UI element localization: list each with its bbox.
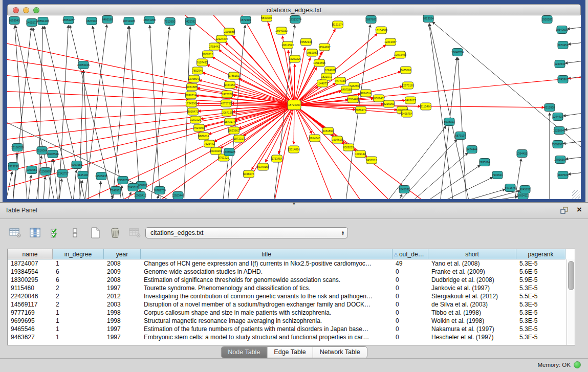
table-cell[interactable]: 0 [393, 325, 428, 333]
table-cell[interactable]: 2009 [104, 268, 141, 276]
table-cell[interactable]: 0 [393, 317, 428, 325]
table-cell[interactable]: 1997 [104, 325, 141, 333]
graph-node[interactable]: 20891406 [37, 17, 49, 25]
table-cell[interactable]: 9777169 [8, 309, 53, 317]
graph-node[interactable]: 1350081 [27, 166, 37, 174]
graph-node[interactable]: 12213967 [384, 38, 397, 46]
graph-node[interactable]: 2836714 [186, 92, 197, 99]
table-cell[interactable]: Franke et al. (2009) [428, 268, 516, 276]
graph-node[interactable]: 7986372 [356, 106, 366, 114]
graph-node[interactable]: 1243540 [555, 60, 565, 68]
graph-node[interactable]: 2758442 [209, 43, 220, 50]
graph-node[interactable]: 16640152 [275, 27, 288, 34]
table-cell[interactable]: 0 [393, 292, 428, 300]
graph-node[interactable]: 2475352 [222, 91, 233, 98]
graph-node[interactable]: 2973451 [558, 41, 569, 49]
table-cell[interactable]: 0 [393, 268, 428, 276]
graph-node[interactable]: 13514816 [288, 146, 300, 153]
table-cell[interactable]: 1997 [104, 284, 141, 292]
graph-node[interactable]: 2935114 [480, 159, 490, 166]
graph-node[interactable]: 20206536 [47, 150, 59, 158]
delete-table-icon[interactable] [108, 226, 122, 239]
graph-node[interactable]: 16553287 [62, 16, 75, 24]
table-cell[interactable]: 2008 [104, 259, 141, 268]
graph-node[interactable]: 9495754 [402, 110, 412, 117]
table-cell[interactable]: Tibbo et al. (1998) [428, 309, 516, 317]
graph-node[interactable]: 7624053 [194, 124, 205, 132]
graph-node[interactable]: 16782759 [154, 187, 166, 194]
splitter-handle-icon[interactable]: ▼ [292, 202, 296, 206]
table-row[interactable]: 911546021997Tourette syndrome. Phenomeno… [8, 284, 575, 292]
graph-node[interactable]: 9097588 [72, 161, 82, 169]
float-panel-icon[interactable] [560, 207, 569, 214]
graph-node[interactable]: 1821072 [321, 73, 332, 80]
table-cell[interactable]: 6 [53, 268, 104, 276]
graph-node[interactable]: 1623662 [229, 127, 239, 134]
row-tools-icon[interactable] [68, 226, 82, 239]
table-cell[interactable]: 5.3E-5 [516, 284, 565, 292]
graph-node[interactable]: 1860212 [203, 51, 213, 58]
graph-node[interactable]: 16210643 [553, 127, 565, 135]
graph-node[interactable]: 6466160 [102, 16, 113, 24]
graph-node[interactable]: 1873317 [234, 135, 245, 142]
table-row[interactable]: 1938455462009Genome-wide association stu… [8, 268, 575, 276]
graph-node[interactable]: 1604639 [332, 136, 343, 143]
graph-node[interactable]: 17957253 [117, 177, 129, 184]
table-cell[interactable]: 2012 [104, 292, 141, 300]
table-cell[interactable]: 9463627 [8, 333, 53, 341]
resize-grip-icon[interactable] [572, 190, 580, 199]
table-cell[interactable]: 0 [393, 300, 428, 309]
graph-node[interactable]: 1394455 [517, 150, 528, 158]
column-header-out_de[interactable]: △out_de… [393, 249, 428, 259]
column-header-year[interactable]: year [104, 249, 141, 259]
table-cell[interactable]: Investigating the contribution of common… [141, 292, 393, 300]
graph-node[interactable]: 9245032 [399, 186, 410, 193]
table-cell[interactable]: Nakamura et al. (1997) [428, 325, 516, 333]
table-row[interactable]: 946362711997Embryonic stem cells: a mode… [8, 333, 575, 341]
graph-node[interactable]: 6794028 [325, 67, 336, 74]
graph-node[interactable]: 1107533 [558, 171, 569, 179]
graph-node[interactable]: 2045012 [128, 184, 139, 191]
graph-node[interactable]: 16671358 [143, 16, 156, 24]
column-header-short[interactable]: short [428, 249, 516, 259]
table-cell[interactable]: Structural magnetic resonance image aver… [141, 317, 393, 325]
graph-node[interactable]: 5843095 [262, 15, 272, 21]
table-cell[interactable]: 49 [393, 259, 428, 268]
table-cell[interactable]: 1 [53, 309, 104, 317]
table-cell[interactable]: Jankovic et al. (1997) [428, 284, 516, 292]
graph-node[interactable]: 8131974 [333, 21, 343, 28]
graph-node[interactable]: 1145190 [78, 171, 89, 179]
table-selector-dropdown[interactable]: citations_edges.txt ▲▼ [145, 227, 348, 238]
graph-node[interactable]: 3824514 [361, 90, 372, 97]
table-cell[interactable]: 5.3E-5 [516, 300, 565, 309]
table-cell[interactable]: 2 [53, 284, 104, 292]
graph-node[interactable]: 1572390 [241, 16, 251, 24]
table-row[interactable]: 1872400712008Changes of HCN gene express… [8, 259, 575, 268]
table-cell[interactable]: 0 [393, 276, 428, 284]
table-cell[interactable]: 9699695 [8, 317, 53, 325]
table-cell[interactable]: 1 [53, 259, 104, 268]
graph-node[interactable]: 7485063 [401, 67, 411, 74]
column-header-pagerank[interactable]: pagerank [516, 249, 565, 259]
table-cell[interactable]: 1998 [104, 309, 141, 317]
table-cell[interactable]: Estimation of significance thresholds fo… [141, 276, 393, 284]
table-cell[interactable]: 9115460 [8, 284, 53, 292]
graph-node[interactable]: 9115460 [421, 103, 431, 110]
graph-node[interactable]: 8471676 [505, 184, 516, 192]
table-cell[interactable]: 5.3E-5 [516, 317, 565, 325]
table-cell[interactable]: Disruption of a novel member of a sodium… [141, 300, 393, 309]
graph-node[interactable]: 16154808 [375, 27, 387, 34]
graph-node[interactable]: 7852946 [192, 67, 203, 74]
graph-node[interactable]: 17343066 [185, 100, 198, 107]
graph-node[interactable]: 2516064 [37, 147, 48, 155]
graph-node[interactable]: 11544937 [318, 43, 331, 51]
table-cell[interactable]: 5.5E-5 [516, 292, 565, 300]
table-cell[interactable]: Corpus callosum shape and size in male p… [141, 309, 393, 317]
graph-node[interactable]: 10543691 [556, 26, 568, 34]
graph-node[interactable]: 2887682 [366, 16, 377, 24]
graph-node[interactable]: 12923448 [172, 192, 184, 200]
graph-node[interactable]: 2405572 [27, 19, 37, 27]
table-row[interactable]: 1456911722003Disruption of a novel membe… [8, 300, 575, 309]
table-cell[interactable]: 2008 [104, 276, 141, 284]
graph-node[interactable]: 8099471 [188, 108, 199, 115]
